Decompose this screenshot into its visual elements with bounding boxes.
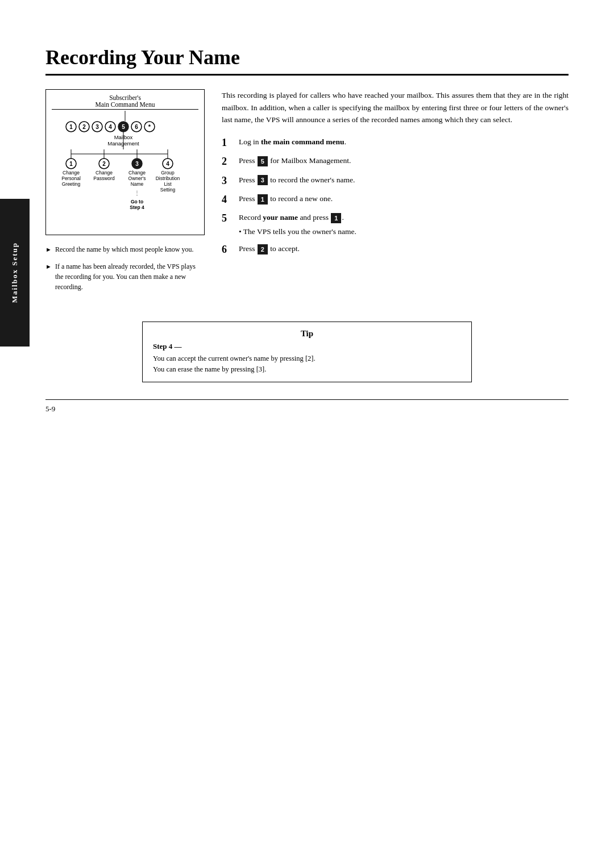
svg-text:Group: Group [161, 170, 175, 176]
svg-text:Distribution: Distribution [156, 176, 180, 181]
key-2: 2 [258, 244, 268, 254]
svg-text:Go to: Go to [131, 199, 143, 205]
title-divider [45, 74, 569, 76]
bullet-section: ► Record the name by which most people k… [45, 244, 205, 292]
tip-line2: You can erase the name by pressing [3]. [153, 365, 266, 373]
tip-content: You can accept the current owner's name … [153, 353, 461, 375]
svg-text:3: 3 [135, 161, 139, 167]
step-5-num: 5 [222, 212, 234, 225]
diagram-title: Subscriber's Main Command Menu [52, 94, 198, 110]
step-3: 3 Press 3 to record the owner's name. [222, 174, 569, 187]
right-column: This recording is played for callers who… [222, 89, 569, 299]
bullet-item-1: ► Record the name by which most people k… [45, 244, 205, 254]
step-1: 1 Log in the main command menu. [222, 136, 569, 149]
svg-text:⋮: ⋮ [134, 190, 140, 196]
svg-text:1: 1 [69, 161, 73, 167]
left-column: Subscriber's Main Command Menu 1 2 [45, 89, 205, 299]
key-3a: 3 [258, 175, 268, 185]
tip-line1: You can accept the current owner's name … [153, 354, 316, 362]
step-6-num: 6 [222, 243, 234, 256]
step-3-num: 3 [222, 174, 234, 187]
svg-text:Name: Name [131, 181, 144, 187]
svg-text:2: 2 [102, 161, 106, 167]
svg-text:Personal: Personal [61, 176, 81, 181]
svg-text:Step 4: Step 4 [130, 205, 144, 210]
svg-text:*: * [148, 123, 151, 130]
step-2: 2 Press 5 for Mailbox Management. [222, 155, 569, 168]
steps-list: 1 Log in the main command menu. 2 Press … [222, 136, 569, 256]
svg-text:3: 3 [96, 124, 99, 130]
step-1-num: 1 [222, 136, 234, 149]
step-3-text: Press 3 to record the owner's name. [239, 174, 569, 186]
svg-text:5: 5 [122, 124, 125, 130]
svg-text:1: 1 [69, 124, 73, 130]
svg-text:Change: Change [128, 170, 146, 176]
svg-text:Change: Change [96, 170, 113, 176]
svg-text:4: 4 [166, 161, 169, 167]
svg-text:2: 2 [82, 124, 86, 130]
svg-text:Greeting: Greeting [62, 181, 81, 187]
key-1a: 1 [258, 194, 268, 205]
bullet-text-2: If a name has been already recorded, the… [55, 261, 205, 292]
svg-text:4: 4 [109, 124, 112, 130]
step-4: 4 Press 1 to record a new one. [222, 193, 569, 206]
step-1-text: Log in the main command menu. [239, 136, 569, 148]
step-2-num: 2 [222, 155, 234, 168]
tip-box: Tip Step 4 — You can accept the current … [142, 322, 472, 382]
svg-text:Password: Password [93, 176, 115, 181]
svg-text:List: List [164, 181, 172, 187]
tip-title: Tip [153, 329, 461, 339]
key-5: 5 [258, 156, 268, 166]
main-content: Subscriber's Main Command Menu 1 2 [45, 89, 569, 299]
tip-step-label: Step 4 — [153, 342, 461, 351]
step-5-sub: • The VPS tells you the owner's name. [239, 226, 569, 237]
bullet-text-1: Record the name by which most people kno… [55, 244, 194, 254]
tree-diagram-svg: 1 2 3 4 5 6 [57, 111, 193, 230]
intro-paragraph: This recording is played for callers who… [222, 89, 569, 126]
page-number: 5-9 [45, 404, 55, 413]
step-5: 5 Record your name and press 1. • The VP… [222, 212, 569, 237]
step-4-num: 4 [222, 193, 234, 206]
svg-text:Owner's: Owner's [128, 176, 146, 181]
svg-text:Change: Change [63, 170, 80, 176]
step-5-text: Record your name and press 1. • The VPS … [239, 212, 569, 237]
step-6: 6 Press 2 to accept. [222, 243, 569, 256]
menu-diagram: Subscriber's Main Command Menu 1 2 [45, 89, 205, 235]
key-1b: 1 [331, 213, 341, 223]
step-6-text: Press 2 to accept. [239, 243, 569, 254]
page-title: Recording Your Name [45, 45, 569, 69]
step-4-text: Press 1 to record a new one. [239, 193, 569, 205]
bullet-arrow-1: ► [45, 245, 52, 254]
svg-text:Setting: Setting [160, 187, 176, 193]
footer-divider [45, 399, 569, 400]
step-2-text: Press 5 for Mailbox Management. [239, 155, 569, 166]
svg-text:6: 6 [135, 124, 138, 130]
bullet-item-2: ► If a name has been already recorded, t… [45, 261, 205, 292]
bullet-arrow-2: ► [45, 262, 52, 272]
